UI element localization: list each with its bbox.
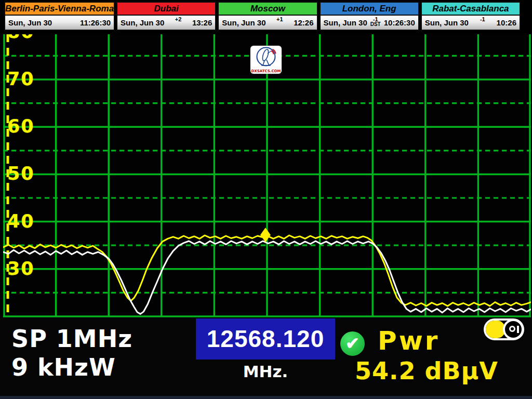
toggle-knob-bar (517, 326, 519, 333)
clock-time-value: 10:26 (497, 18, 516, 27)
clock-moscow: Moscow Sun, Jun 30 +1 12:26 (218, 2, 317, 31)
world-clock-bar: Berlin-Paris-Vienna-Roma Sun, Jun 30 11:… (0, 0, 532, 34)
clock-datetime: Sun, Jun 30 +1 12:26 (218, 16, 317, 31)
power-label: Pwr (378, 326, 440, 356)
logo-text: DXSATCS.COM (251, 69, 281, 73)
clock-city-label: London, Eng (320, 2, 419, 16)
clock-grid: Berlin-Paris-Vienna-Roma Sun, Jun 30 11:… (4, 2, 521, 31)
clock-date: Sun, Jun 30 (8, 18, 52, 27)
clock-datetime: Sun, Jun 30 -1 10:26 (421, 16, 521, 31)
marker-diamond (260, 228, 271, 242)
clock-time-value: 13:26 (192, 18, 212, 27)
frequency-input[interactable]: 12568.120 (196, 318, 335, 360)
spectrum-plot (3, 34, 531, 317)
clock-berlin-paris-vienna-roma: Berlin-Paris-Vienna-Roma Sun, Jun 30 11:… (4, 2, 115, 31)
span-value: SP 1MHz (11, 325, 132, 353)
toggle-on-segment (486, 321, 505, 338)
y-axis-label: 80 (7, 34, 35, 42)
clock-dubai: Dubai Sun, Jun 30 +2 13:26 (116, 2, 216, 31)
frequency-unit-label: MHz. (196, 362, 335, 381)
lock-ok-icon: ✔ (340, 331, 365, 356)
spectrum-analyzer-screen: Berlin-Paris-Vienna-Roma Sun, Jun 30 11:… (0, 0, 532, 399)
clock-time-value: 11:26:30 (80, 18, 111, 27)
rbw-value: 9 kHzW (11, 353, 132, 382)
y-axis-label: 70 (7, 69, 35, 89)
utc-offset: +1 (276, 16, 283, 29)
clock-date: Sun, Jun 30 (324, 18, 367, 27)
clock-date: Sun, Jun 30 (222, 18, 265, 27)
bottom-edge-strip (0, 396, 532, 399)
satellite-dish-icon: DXSATCS.COM (250, 46, 282, 74)
clock-rabat-casablanca: Rabat-Casablanca Sun, Jun 30 -1 10:26 (421, 2, 521, 31)
utc-offset: +2 (175, 16, 182, 29)
clock-datetime: Sun, Jun 30 +2 13:26 (116, 16, 216, 31)
y-axis-label: 30 (7, 258, 35, 279)
clock-city-label: Moscow (218, 2, 317, 16)
clock-datetime: Sun, Jun 30 11:26:30 (4, 16, 115, 31)
clock-city-label: Rabat-Casablanca (421, 2, 521, 16)
clock-date: Sun, Jun 30 (121, 18, 164, 27)
clock-datetime: Sun, Jun 30 -1 DST 10:26:30 (320, 16, 419, 31)
dxsatcs-logo: DXSATCS.COM (250, 46, 282, 74)
clock-city-label: Berlin-Paris-Vienna-Roma (4, 2, 115, 16)
toggle-knob-icon (503, 319, 524, 340)
utc-offset: -1 (480, 16, 485, 29)
utc-offset-dst: -1 DST (370, 16, 381, 29)
clock-date: Sun, Jun 30 (425, 18, 469, 27)
power-value: 54.2 dBµV (355, 357, 498, 385)
clock-time-value: 10:26:30 (384, 18, 415, 27)
power-toggle[interactable] (484, 318, 524, 340)
y-axis-label: 50 (7, 163, 35, 184)
status-bar: SP 1MHz 9 kHzW 12568.120 MHz. ✔ Pwr 54.2… (0, 317, 532, 396)
toggle-knob-ring (509, 326, 515, 332)
y-axis-label: 60 (7, 116, 35, 137)
clock-london: London, Eng Sun, Jun 30 -1 DST 10:26:30 (320, 2, 419, 31)
clock-time-value: 12:26 (294, 18, 313, 27)
clock-city-label: Dubai (116, 2, 216, 16)
spectrum-chart: DXSATCS.COM 807060504030 (3, 34, 531, 317)
span-rbw-readout: SP 1MHz 9 kHzW (11, 325, 132, 382)
y-axis-label: 40 (7, 211, 35, 232)
